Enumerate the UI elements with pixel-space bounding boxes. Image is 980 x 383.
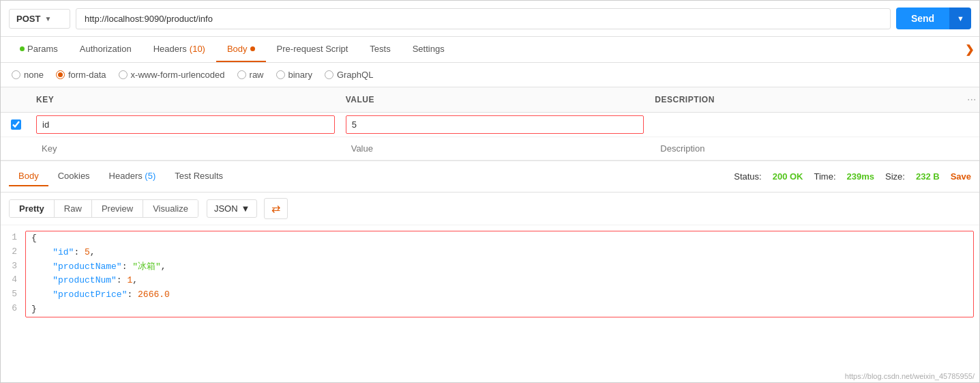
code-line-5: "productPrice": 2666.0 [31,288,968,302]
code-line-3: "productName": "冰箱", [31,260,968,274]
line-numbers: 1 2 3 4 5 6 [1,231,25,317]
json-format-select[interactable]: JSON ▼ [207,199,258,218]
kv-desc-placeholder-input[interactable] [655,140,953,157]
kv-cell-key-1[interactable] [31,113,340,137]
body-type-formdata[interactable]: form-data [56,70,106,80]
body-type-binary-label: binary [288,70,312,80]
kv-value-placeholder-input[interactable] [346,140,644,157]
body-type-formdata-label: form-data [68,70,106,80]
request-tabs: Params Authorization Headers (10) Body P… [1,37,979,63]
status-label: Status: [734,171,761,182]
url-input[interactable] [76,8,891,29]
kv-row-placeholder [1,137,979,160]
radio-formdata-icon [56,70,65,79]
tab-settings[interactable]: Settings [402,37,456,62]
kv-cell-key-placeholder[interactable] [31,137,340,160]
radio-urlencoded-icon [119,70,128,79]
kv-checkbox-1[interactable] [1,117,31,132]
tab-body[interactable]: Body [216,37,266,62]
resp-tab-cookies[interactable]: Cookies [48,167,100,186]
line-num-5: 5 [9,287,17,302]
tab-params[interactable]: Params [9,37,69,62]
kv-cell-value-placeholder[interactable] [340,137,650,160]
resp-tab-body[interactable]: Body [9,167,48,186]
kv-cell-desc-placeholder[interactable] [649,137,959,160]
time-label: Time: [814,171,836,182]
response-code-content: { "id": 5, "productName": "冰箱", "product… [25,231,974,317]
line-num-4: 4 [9,273,17,287]
format-tab-raw[interactable]: Raw [55,200,92,217]
tab-headers[interactable]: Headers (10) [143,37,216,62]
method-select[interactable]: POST ▼ [9,9,70,29]
kv-key-placeholder-input[interactable] [36,140,335,157]
kv-header-more: ··· [959,91,979,109]
send-dropdown-button[interactable]: ▼ [949,8,971,29]
body-type-none[interactable]: none [12,70,44,80]
send-button-group: Send ▼ [896,8,971,29]
format-tabs: Pretty Raw Preview Visualize [9,199,198,218]
tab-params-label: Params [27,44,58,54]
kv-key-input-1[interactable] [36,115,335,134]
tab-prerequest[interactable]: Pre-request Script [266,37,359,62]
method-chevron-icon: ▼ [44,15,51,23]
kv-checkbox-input-1[interactable] [11,119,21,130]
format-tab-visualize[interactable]: Visualize [143,200,198,217]
radio-graphql-icon [325,70,333,79]
wrap-response-button[interactable]: ⇄ [264,198,288,219]
method-label: POST [16,14,40,24]
size-value: 232 B [916,171,940,182]
kv-cell-value-1[interactable] [340,113,650,137]
kv-header-key: KEY [31,92,340,107]
kv-header-value: VALUE [340,92,650,107]
format-tab-preview[interactable]: Preview [92,200,143,217]
tab-headers-label: Headers [153,44,187,54]
tab-tests[interactable]: Tests [359,37,401,62]
body-type-urlencoded[interactable]: x-www-form-urlencoded [119,70,225,80]
watermark: https://blog.csdn.net/weixin_45785955/ [845,372,975,380]
format-tab-pretty[interactable]: Pretty [10,200,55,217]
resp-tab-testresults-label: Test Results [175,171,223,181]
code-line-2: "id": 5, [31,246,968,260]
body-type-binary[interactable]: binary [276,70,312,80]
save-button[interactable]: Save [951,171,971,182]
kv-row-1 [1,113,979,137]
resp-tab-cookies-label: Cookies [58,171,90,181]
resp-tab-headers[interactable]: Headers (5) [100,167,166,186]
time-value: 239ms [847,171,874,182]
radio-raw-icon [237,70,246,79]
send-button[interactable]: Send [896,8,949,29]
more-dots-icon[interactable]: ··· [962,91,980,108]
body-type-raw-label: raw [250,70,264,80]
body-type-row: none form-data x-www-form-urlencoded raw… [1,63,979,87]
params-dot [20,46,25,51]
line-num-1: 1 [9,231,17,245]
tab-tests-label: Tests [370,44,390,54]
code-line-1: { [31,231,968,246]
response-code-block: 1 2 3 4 5 6 { "id": 5, "productName": "冰… [1,225,979,323]
response-header: Body Cookies Headers (5) Test Results St… [1,160,979,193]
kv-value-input-1[interactable] [346,115,644,134]
tab-settings-label: Settings [413,44,445,54]
kv-table-header: KEY VALUE DESCRIPTION ··· [1,87,979,113]
kv-cell-desc-1 [649,122,959,128]
tab-right-edge-icon: ❯ [965,37,974,62]
tab-authorization[interactable]: Authorization [69,37,143,62]
json-format-chevron-icon: ▼ [241,203,250,214]
radio-binary-icon [276,70,285,79]
line-num-6: 6 [9,302,17,316]
line-num-3: 3 [9,259,17,274]
json-format-label: JSON [214,203,238,214]
resp-tab-testresults[interactable]: Test Results [165,167,233,186]
radio-none-icon [12,70,20,79]
resp-headers-count: (5) [145,171,155,181]
body-type-none-label: none [24,70,44,80]
body-type-graphql-label: GraphQL [337,70,373,80]
code-line-6: } [31,302,968,317]
response-status-area: Status: 200 OK Time: 239ms Size: 232 B S… [734,171,971,182]
response-toolbar: Pretty Raw Preview Visualize JSON ▼ ⇄ [1,193,979,225]
body-type-graphql[interactable]: GraphQL [325,70,373,80]
body-type-urlencoded-label: x-www-form-urlencoded [131,70,225,80]
body-type-raw[interactable]: raw [237,70,264,80]
code-line-4: "productNum": 1, [31,274,968,288]
tab-prerequest-label: Pre-request Script [277,44,348,54]
